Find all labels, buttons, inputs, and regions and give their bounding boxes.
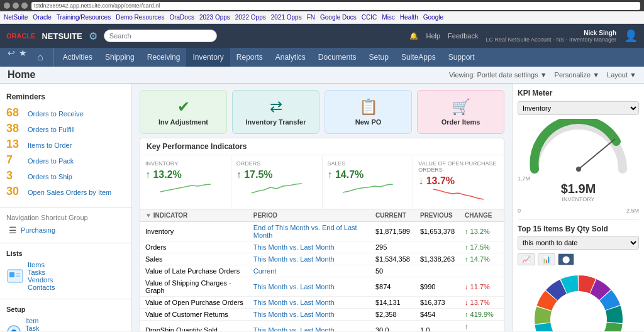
- gauge-svg: [528, 119, 629, 175]
- nav-analytics[interactable]: Analytics: [269, 48, 312, 67]
- home-icon[interactable]: ⌂: [31, 48, 50, 67]
- history-icon[interactable]: ↩: [8, 48, 15, 67]
- user-avatar-icon[interactable]: 👤: [624, 29, 638, 43]
- reminders-section: Reminders 68 Orders to Receive 38 Orders…: [0, 89, 131, 203]
- donut-slice-4: [603, 323, 622, 331]
- browser-max[interactable]: [21, 3, 28, 9]
- list-item-row: Items Tasks Vendors Contacts: [6, 260, 125, 292]
- reminder-label-3[interactable]: Items to Order: [28, 141, 72, 149]
- bookmark-2022[interactable]: 2022 Opps: [235, 14, 266, 21]
- kpi-table-row: Value of Customer Returns This Month vs.…: [140, 309, 504, 321]
- setup-section: Setup Item Task Vendor Contact: [0, 303, 131, 331]
- nav-inventory[interactable]: Inventory: [186, 48, 230, 67]
- personalize-label[interactable]: Personalize ▼: [555, 71, 599, 79]
- kpi-period-1[interactable]: This Month vs. Last Month: [248, 241, 370, 253]
- sidebar-divider-3: [0, 299, 131, 299]
- kpi-period-6[interactable]: This Month vs. Last Month: [248, 309, 370, 321]
- viewing-label[interactable]: Viewing: Portlet date settings ▼: [449, 71, 547, 79]
- kpi-period-5[interactable]: This Month vs. Last Month: [248, 297, 370, 309]
- bookmark-google-docs[interactable]: Google Docs: [320, 14, 357, 21]
- notification-icon[interactable]: 🔔: [409, 32, 418, 40]
- help-label[interactable]: Help: [426, 32, 440, 40]
- bookmark-oradocs[interactable]: OraDocs: [169, 14, 194, 21]
- shortcut-group-title: Navigation Shortcut Group: [6, 214, 125, 221]
- list-link-vendors[interactable]: Vendors: [28, 276, 55, 284]
- donut-chart-btn[interactable]: ⬤: [558, 253, 574, 265]
- bookmark-demo[interactable]: Demo Resources: [116, 14, 164, 21]
- nav-setup[interactable]: Setup: [363, 48, 395, 67]
- reminder-num-6: 30: [6, 185, 24, 198]
- bookmark-health[interactable]: Health: [400, 14, 418, 21]
- page-title: Home: [8, 69, 35, 80]
- list-link-tasks[interactable]: Tasks: [28, 268, 55, 276]
- nav-suiteapps[interactable]: SuiteApps: [395, 48, 442, 67]
- feedback-label[interactable]: Feedback: [448, 32, 478, 40]
- shortcut-group: Navigation Shortcut Group ☰ Purchasing: [0, 211, 131, 239]
- kpi-card-inventory: INVENTORY ↑ 13.2%: [140, 155, 231, 209]
- user-info: Nick Singh LC Real NetSuite Account - NS…: [486, 30, 616, 43]
- quick-link-inventory-transfer[interactable]: ⇄ Inventory Transfer: [232, 90, 319, 134]
- bookmark-misc[interactable]: Misc: [382, 14, 395, 21]
- line-chart-btn[interactable]: 📈: [518, 253, 535, 265]
- kpi-indicator-1: Orders: [140, 241, 248, 253]
- kpi-card-orders-label: ORDERS: [236, 160, 317, 167]
- nav-activities[interactable]: Activities: [57, 48, 99, 67]
- donut-svg: [528, 269, 629, 331]
- quick-link-new-po[interactable]: 📋 New PO: [325, 90, 412, 134]
- kpi-previous-2: $1,338,263: [415, 253, 460, 265]
- bar-chart-btn[interactable]: 📊: [538, 253, 555, 265]
- list-link-items[interactable]: Items: [28, 261, 55, 268]
- nav-receiving[interactable]: Receiving: [141, 48, 187, 67]
- quick-link-new-po-label: New PO: [355, 118, 382, 126]
- kpi-previous-5: $16,373: [415, 297, 460, 309]
- bookmark-oracle[interactable]: Oracle: [33, 14, 51, 21]
- list-link-contacts[interactable]: Contacts: [28, 284, 55, 291]
- kpi-period-4[interactable]: This Month vs. Last Month: [248, 277, 370, 297]
- setup-link-item[interactable]: Item: [25, 317, 49, 324]
- kpi-period-0[interactable]: End of This Month vs. End of Last Month: [248, 222, 370, 241]
- bookmark-netsuite[interactable]: NetSuite: [4, 14, 28, 21]
- top-items-select[interactable]: this month to date: [518, 236, 639, 250]
- layout-label[interactable]: Layout ▼: [607, 71, 636, 79]
- shortcut-purchasing[interactable]: ☰ Purchasing: [6, 224, 125, 236]
- quick-link-inv-adjustment[interactable]: ✔ Inv Adjustment: [140, 90, 227, 134]
- nav-support[interactable]: Support: [442, 48, 481, 67]
- nav-reports[interactable]: Reports: [230, 48, 269, 67]
- reminder-label-2[interactable]: Orders to Fulfill: [28, 126, 75, 133]
- bookmark-google[interactable]: Google: [423, 14, 443, 21]
- bookmark-training[interactable]: Training/Resources: [57, 14, 111, 21]
- toggle-icon[interactable]: ▼: [145, 212, 152, 219]
- sidebar-divider-1: [0, 207, 131, 208]
- reminder-label-4[interactable]: Orders to Pack: [28, 157, 74, 165]
- browser-min[interactable]: [13, 3, 19, 9]
- url-bar[interactable]: tstdn2689942.app.netsuite.com/app/center…: [31, 2, 640, 10]
- top-items-title: Top 15 Items By Qty Sold: [518, 224, 639, 233]
- nav-documents[interactable]: Documents: [312, 48, 363, 67]
- quick-links: ✔ Inv Adjustment ⇄ Inventory Transfer 📋 …: [132, 84, 512, 138]
- browser-close[interactable]: [4, 3, 10, 9]
- bookmark-2021[interactable]: 2021 Opps: [271, 14, 302, 21]
- lists-title: Lists: [6, 250, 125, 257]
- app-header: ORACLE NETSUITE ⚙ 🔔 Help Feedback Nick S…: [0, 24, 644, 48]
- reminder-label-1[interactable]: Orders to Receive: [28, 110, 84, 118]
- reminder-label-6[interactable]: Open Sales Orders by Item: [28, 189, 111, 196]
- sidebar: Reminders 68 Orders to Receive 38 Orders…: [0, 84, 132, 331]
- kpi-current-2: $1,534,358: [370, 253, 415, 265]
- kpi-meter-select[interactable]: Inventory: [518, 101, 639, 115]
- url-text: tstdn2689942.app.netsuite.com/app/center…: [34, 3, 160, 9]
- setup-link-task[interactable]: Task: [25, 324, 49, 331]
- search-input[interactable]: [104, 30, 217, 42]
- kpi-table-row: Sales This Month vs. Last Month $1,534,3…: [140, 253, 504, 265]
- kpi-change-7: ↑ 2,900.0%: [460, 321, 504, 332]
- nav-shipping[interactable]: Shipping: [99, 48, 141, 67]
- bookmark-fn[interactable]: FN: [307, 14, 315, 21]
- bookmark-ccic[interactable]: CCIC: [362, 14, 377, 21]
- kpi-period-7[interactable]: This Month vs. Last Month: [248, 321, 370, 332]
- reminder-label-5[interactable]: Orders to Ship: [28, 173, 72, 180]
- kpi-period-3[interactable]: Current: [248, 265, 370, 277]
- quick-link-order-items[interactable]: 🛒 Order Items: [417, 90, 504, 134]
- star-icon[interactable]: ★: [19, 48, 27, 67]
- bookmark-2023[interactable]: 2023 Opps: [199, 14, 230, 21]
- kpi-indicator-5: Value of Open Purchase Orders: [140, 297, 248, 309]
- kpi-period-2[interactable]: This Month vs. Last Month: [248, 253, 370, 265]
